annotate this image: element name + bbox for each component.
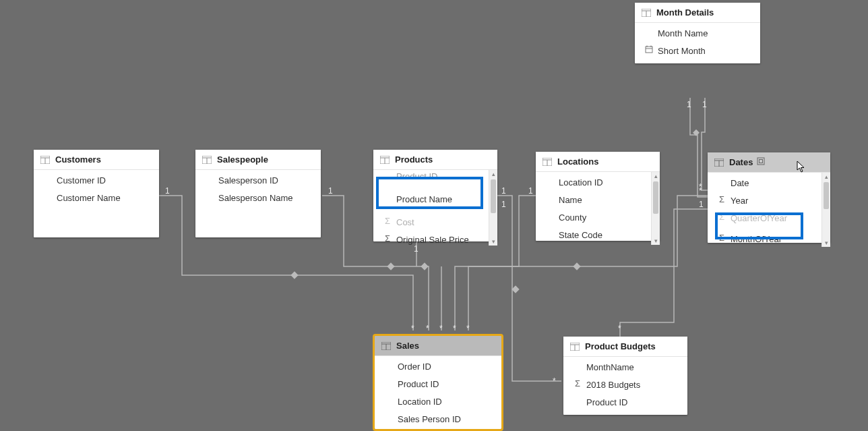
cardinality-one: 1: [702, 100, 707, 109]
table-header[interactable]: Sales: [375, 336, 501, 356]
table-icon: [381, 342, 391, 350]
date-table-icon: [757, 157, 765, 167]
field-county[interactable]: County: [536, 208, 652, 226]
table-title: Sales: [396, 341, 419, 351]
table-title: Salespeople: [217, 154, 268, 165]
table-icon: [40, 156, 50, 164]
field-name[interactable]: Name: [536, 191, 652, 208]
field-state-code[interactable]: State Code: [536, 226, 652, 243]
table-header[interactable]: Customers: [34, 150, 159, 170]
field-quarter-of-year[interactable]: Σ QuarterOfYear: [708, 209, 822, 227]
cardinality-one: 1: [528, 186, 533, 196]
table-icon: [542, 158, 552, 166]
field-month-name[interactable]: Month Name: [635, 24, 760, 42]
table-dates[interactable]: Dates Date Σ Year Σ QuarterOfYear Σ Mont…: [708, 152, 830, 243]
field-product-id[interactable]: Product ID: [375, 375, 501, 393]
field-list: MonthName Σ 2018 Budgets Product ID: [563, 357, 687, 415]
scroll-down-icon[interactable]: ▾: [652, 237, 660, 245]
table-locations[interactable]: Locations Location ID Name County State …: [536, 152, 660, 241]
table-header[interactable]: Salespeople: [195, 150, 321, 170]
field-list: Location ID Name County State Code ▴ ▾: [536, 172, 660, 245]
scroll-up-icon[interactable]: ▴: [489, 170, 497, 178]
sigma-icon: Σ: [717, 233, 726, 242]
table-title: Dates: [729, 157, 753, 167]
scroll-down-icon[interactable]: ▾: [489, 237, 497, 246]
table-product-budgets[interactable]: Product Budgets MonthName Σ 2018 Budgets…: [563, 337, 687, 415]
sigma-icon: Σ: [383, 216, 392, 225]
field-list: Customer ID Customer Name: [34, 170, 159, 210]
field-short-month[interactable]: Short Month: [635, 42, 760, 59]
svg-rect-29: [760, 160, 763, 163]
table-title: Locations: [557, 156, 598, 167]
sigma-icon: Σ: [383, 233, 392, 243]
sigma-icon: Σ: [717, 212, 726, 221]
scroll-thumb[interactable]: [824, 182, 829, 209]
field-customer-id[interactable]: Customer ID: [375, 428, 501, 431]
field-2018-budgets[interactable]: Σ 2018 Budgets: [563, 376, 687, 393]
table-products[interactable]: Products Product ID Product Name Σ Cost …: [373, 150, 497, 241]
field-product-id[interactable]: Product ID: [373, 170, 489, 185]
field-order-id[interactable]: Order ID: [375, 357, 501, 375]
cardinality-many: *: [553, 376, 556, 386]
table-header[interactable]: Month Details: [635, 3, 760, 23]
table-icon: [202, 156, 212, 164]
field-list: Month Name Short Month: [635, 23, 760, 63]
field-original-sale-price[interactable]: Σ Original Sale Price: [373, 231, 489, 246]
svg-rect-4: [512, 285, 519, 293]
model-diagram-canvas[interactable]: 1 1 1 1 1 1 1 1 * 1 * * * * * * * * Mont…: [0, 0, 868, 431]
sigma-icon: Σ: [573, 378, 582, 388]
field-list: Product ID Product Name Σ Cost Σ Origina…: [373, 170, 497, 246]
table-sales[interactable]: Sales Order ID Product ID Location ID Sa…: [375, 336, 501, 429]
svg-rect-9: [646, 47, 652, 53]
table-header[interactable]: Products: [373, 150, 497, 170]
svg-rect-0: [290, 271, 298, 279]
cardinality-one: 1: [699, 200, 704, 209]
field-list: Order ID Product ID Location ID Sales Pe…: [375, 356, 501, 431]
scrollbar[interactable]: ▴ ▾: [822, 173, 830, 247]
field-date[interactable]: Date: [708, 174, 822, 192]
cardinality-many: *: [426, 324, 429, 333]
table-icon: [642, 9, 651, 17]
sigma-icon: Σ: [717, 194, 726, 204]
field-product-name[interactable]: Product Name: [373, 185, 489, 213]
field-list: Date Σ Year Σ QuarterOfYear Σ MonthOfYea…: [708, 173, 830, 247]
scroll-thumb[interactable]: [491, 179, 496, 213]
field-location-id[interactable]: Location ID: [375, 393, 501, 410]
table-salespeople[interactable]: Salespeople Salesperson ID Salesperson N…: [195, 150, 321, 237]
field-month-name[interactable]: MonthName: [563, 358, 687, 376]
cardinality-many: *: [453, 324, 456, 333]
scroll-up-icon[interactable]: ▴: [822, 173, 830, 181]
table-header[interactable]: Locations: [536, 152, 660, 172]
scrollbar[interactable]: ▴ ▾: [489, 170, 497, 246]
scroll-thumb[interactable]: [653, 181, 658, 214]
svg-rect-5: [693, 130, 700, 136]
field-sales-person-id[interactable]: Sales Person ID: [375, 410, 501, 428]
scroll-down-icon[interactable]: ▾: [822, 239, 830, 247]
field-cost[interactable]: Σ Cost: [373, 213, 489, 231]
table-header[interactable]: Dates: [708, 152, 830, 173]
cardinality-many: *: [618, 324, 621, 333]
table-title: Products: [395, 154, 433, 165]
table-title: Product Budgets: [585, 341, 656, 351]
field-salesperson-name[interactable]: Salesperson Name: [195, 189, 321, 206]
table-customers[interactable]: Customers Customer ID Customer Name: [34, 150, 159, 237]
svg-rect-2: [421, 262, 428, 270]
field-list: Salesperson ID Salesperson Name: [195, 170, 321, 210]
field-customer-name[interactable]: Customer Name: [34, 189, 159, 206]
cardinality-one: 1: [328, 186, 333, 196]
scrollbar[interactable]: ▴ ▾: [651, 172, 660, 245]
table-month-details[interactable]: Month Details Month Name Short Month: [635, 3, 760, 63]
cardinality-one: 1: [165, 186, 170, 196]
field-salesperson-id[interactable]: Salesperson ID: [195, 171, 321, 189]
field-month-of-year[interactable]: Σ MonthOfYear: [708, 227, 822, 247]
table-header[interactable]: Product Budgets: [563, 337, 687, 357]
cardinality-many: *: [699, 182, 702, 192]
cardinality-many: *: [439, 324, 443, 333]
field-product-id[interactable]: Product ID: [563, 393, 687, 411]
cardinality-one: 1: [501, 186, 506, 196]
svg-rect-3: [573, 262, 580, 270]
scroll-up-icon[interactable]: ▴: [652, 172, 660, 180]
field-customer-id[interactable]: Customer ID: [34, 171, 159, 189]
field-year[interactable]: Σ Year: [708, 192, 822, 209]
field-location-id[interactable]: Location ID: [536, 173, 652, 191]
